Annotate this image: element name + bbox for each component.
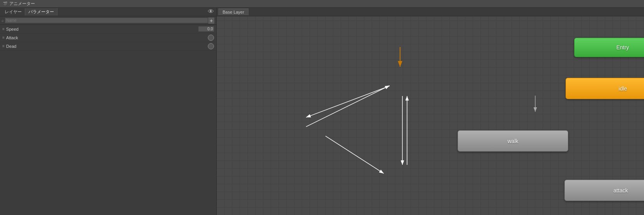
title-bar: 🎬 アニメーター [0,0,644,8]
graph-tab-base-layer[interactable]: Base Layer [218,9,249,15]
param-name-dead: Dead [6,44,208,49]
left-panel-tab-bar: レイヤー パラメーター [0,8,216,16]
state-entry-label: Entry [616,44,629,51]
search-icon: ⌕ [2,18,4,23]
state-walk[interactable]: walk [458,130,568,152]
state-attack[interactable]: attack [564,180,644,201]
graph-area: Base Layer [217,8,644,215]
param-value-speed[interactable] [198,26,214,31]
drag-icon: ≡ [2,27,5,31]
param-search-bar: ⌕ + [0,16,216,25]
main-layout: レイヤー パラメーター 👁 ⌕ + ≡ Speed ≡ Attack [0,8,644,215]
list-item: ≡ Dead [0,42,216,51]
state-idle-label: idle [619,86,627,92]
drag-icon: ≡ [2,44,5,48]
eye-icon[interactable]: 👁 [208,8,214,15]
state-idle[interactable]: idle [566,78,644,99]
search-input[interactable] [5,18,208,23]
graph-tab-bar: Base Layer [217,8,644,16]
state-entry[interactable]: Entry [574,38,644,57]
state-walk-label: walk [507,138,518,144]
svg-line-5 [306,86,390,127]
param-toggle-dead[interactable] [208,43,214,49]
param-toggle-attack[interactable] [208,35,214,41]
animator-icon: 🎬 [2,1,8,7]
param-name-attack: Attack [6,35,208,40]
list-item: ≡ Attack [0,33,216,42]
left-panel: レイヤー パラメーター 👁 ⌕ + ≡ Speed ≡ Attack [0,8,217,215]
graph-content: Entry idle walk attack Any State falling… [217,16,644,215]
drag-icon: ≡ [2,35,5,40]
tab-layer[interactable]: レイヤー [2,8,25,16]
list-item: ≡ Speed [0,25,216,33]
add-param-button[interactable]: + [208,17,215,24]
svg-line-4 [306,86,390,117]
state-attack-label: attack [613,187,628,194]
title-bar-text: アニメーター [9,1,35,7]
tab-parameters[interactable]: パラメーター [25,8,57,16]
param-name-speed: Speed [6,27,198,31]
svg-line-8 [325,136,384,173]
param-list: ≡ Speed ≡ Attack ≡ Dead [0,25,216,215]
